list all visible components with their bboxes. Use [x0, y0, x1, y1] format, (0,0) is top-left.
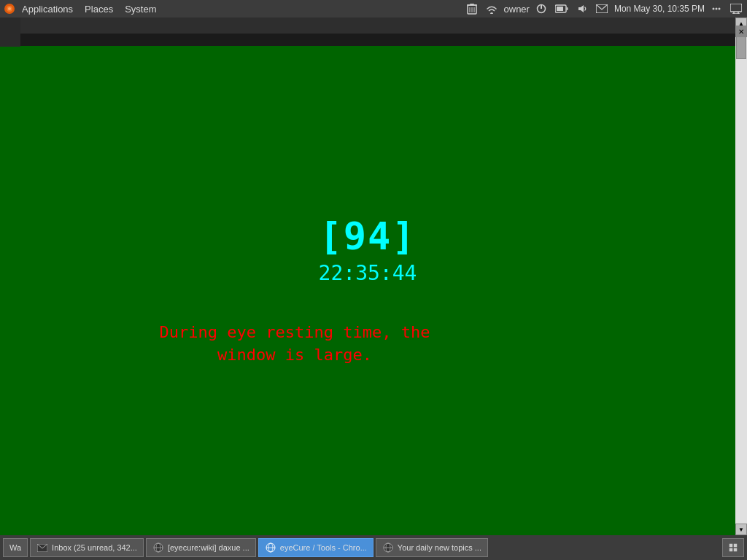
- svg-rect-37: [734, 548, 738, 552]
- taskbar-topics-label: Your daily new topics ...: [398, 543, 481, 552]
- display-icon[interactable]: [728, 4, 744, 14]
- system-menu[interactable]: System: [119, 0, 162, 18]
- username: owner: [504, 4, 530, 15]
- scroll-down-button[interactable]: ▼: [735, 524, 747, 535]
- datetime: Mon May 30, 10:35 PM: [614, 4, 705, 14]
- counter-display: [94] 22:35:44: [319, 214, 417, 285]
- battery-icon[interactable]: [553, 4, 570, 13]
- svg-rect-14: [557, 7, 563, 11]
- network-icon[interactable]: [484, 4, 500, 14]
- taskbar-item-wiki[interactable]: [eyecure:wiki] daxue ...: [146, 538, 256, 557]
- power-icon[interactable]: [534, 4, 549, 14]
- mail-tray-icon[interactable]: [594, 4, 610, 13]
- taskbar: Wa Inbox (25 unread, 342... [eyecure:wik…: [0, 535, 747, 560]
- taskbar-item-inbox[interactable]: Inbox (25 unread, 342...: [30, 538, 144, 557]
- taskbar-wa-label: Wa: [9, 543, 21, 552]
- top-bar-left: Applications Places System: [3, 0, 162, 18]
- message-line2: window is large.: [217, 346, 372, 364]
- eye-resting-message: During eye resting time, the window is l…: [160, 322, 430, 367]
- taskbar-mail-icon: [36, 542, 48, 553]
- svg-marker-15: [578, 5, 584, 12]
- counter-value: [94]: [319, 214, 417, 258]
- svg-point-2: [8, 7, 11, 10]
- gnome-icon[interactable]: [3, 2, 16, 15]
- places-menu[interactable]: Places: [79, 0, 119, 18]
- browser-chrome-bottom-left: [0, 34, 20, 47]
- main-content-area: [94] 22:35:44 During eye resting time, t…: [0, 46, 735, 535]
- svg-point-9: [490, 12, 493, 14]
- svg-rect-36: [729, 548, 733, 552]
- svg-point-18: [716, 8, 718, 10]
- scroll-track[interactable]: [735, 29, 747, 524]
- top-menu-bar: Applications Places System owner: [0, 0, 747, 18]
- taskbar-browser-icon-3: [382, 542, 394, 553]
- applications-menu[interactable]: Applications: [16, 0, 79, 18]
- scrollbar[interactable]: ▲ ▼: [735, 18, 747, 535]
- volume-icon[interactable]: [575, 4, 589, 14]
- taskbar-item-topics[interactable]: Your daily new topics ...: [376, 538, 488, 557]
- svg-rect-20: [730, 4, 742, 12]
- overflow-icon[interactable]: [709, 4, 724, 14]
- taskbar-inbox-label: Inbox (25 unread, 342...: [52, 543, 137, 552]
- message-line1: During eye resting time, the: [160, 323, 430, 341]
- counter-time: 22:35:44: [319, 261, 417, 285]
- taskbar-wiki-label: [eyecure:wiki] daxue ...: [168, 543, 249, 552]
- top-bar-right: owner: [465, 3, 744, 15]
- taskbar-eyecure-label: eyeCure / Tools - Chro...: [280, 543, 367, 552]
- svg-rect-35: [734, 544, 738, 548]
- browser-tab-bar: [20, 18, 735, 34]
- svg-rect-13: [566, 7, 568, 10]
- svg-point-17: [713, 8, 715, 10]
- taskbar-browser-icon-1: [152, 542, 164, 553]
- svg-rect-34: [729, 544, 733, 548]
- taskbar-browser-icon-2: [265, 542, 276, 553]
- close-button[interactable]: ✕: [735, 26, 747, 37]
- taskbar-item-wa[interactable]: Wa: [3, 538, 28, 557]
- trash-icon[interactable]: [465, 3, 479, 15]
- taskbar-systray-icon[interactable]: [722, 538, 744, 557]
- taskbar-item-eyecure[interactable]: eyeCure / Tools - Chro...: [258, 538, 374, 557]
- svg-point-19: [719, 8, 721, 10]
